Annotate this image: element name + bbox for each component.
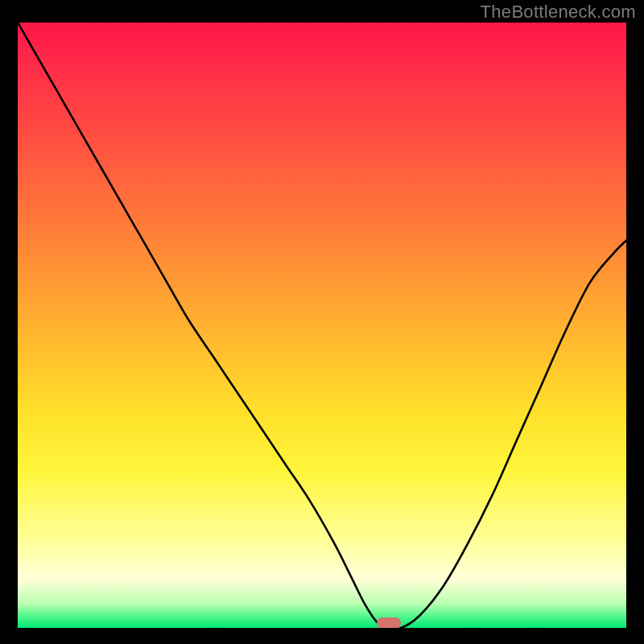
watermark-text: TheBottleneck.com	[481, 2, 636, 23]
plot-area	[18, 23, 626, 628]
minimum-marker	[377, 617, 401, 628]
bottleneck-curve	[18, 23, 626, 628]
chart-stage: TheBottleneck.com	[0, 0, 644, 644]
